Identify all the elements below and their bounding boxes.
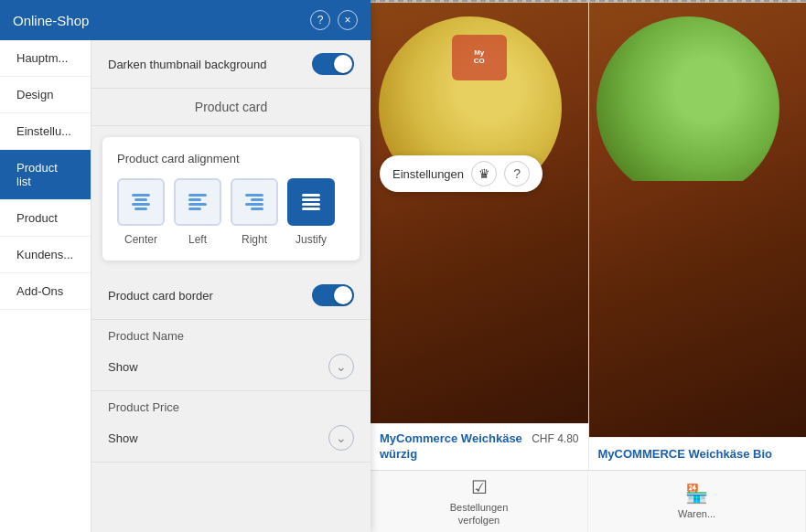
svg-rect-10 <box>245 203 263 206</box>
app-title: Online-Shop <box>13 13 89 28</box>
app-container: Online-Shop ? × Hauptm... Design Einstel… <box>0 0 806 532</box>
product-info-1: MyCommerce Weichkäse würzig CHF 4.80 <box>371 423 588 470</box>
svg-rect-5 <box>188 198 201 201</box>
border-toggle[interactable] <box>312 284 354 306</box>
bestellungen-label: Bestellungenverfolgen <box>450 502 509 526</box>
product-price-text-1: CHF 4.80 <box>532 431 578 445</box>
waren-item[interactable]: 🏪 Waren... <box>588 471 806 532</box>
svg-rect-15 <box>302 207 320 210</box>
align-justify-label: Justify <box>296 233 327 246</box>
svg-rect-14 <box>302 203 320 206</box>
alignment-title: Product card alignment <box>117 152 345 165</box>
bottom-bar: ☑ Bestellungenverfolgen 🏪 Waren... <box>371 470 806 532</box>
darken-label: Darken thumbnail background <box>108 58 266 71</box>
bestellungen-icon: ☑ <box>471 476 488 498</box>
product-name-value: Show <box>108 360 138 374</box>
svg-rect-7 <box>188 207 201 210</box>
svg-rect-4 <box>188 194 207 197</box>
svg-rect-8 <box>245 194 263 197</box>
waren-icon: 🏪 <box>685 483 708 505</box>
border-toggle-knob <box>334 286 352 304</box>
align-right-icon <box>231 178 278 226</box>
bestellungen-item[interactable]: ☑ Bestellungenverfolgen <box>371 471 588 532</box>
tooltip-bar: Einstellungen ♛ ? <box>380 155 543 192</box>
border-label: Product card border <box>108 289 213 303</box>
product-name-section: Product Name Show ⌄ <box>91 320 371 391</box>
align-center-label: Center <box>124 233 157 246</box>
align-center-btn[interactable]: Center <box>117 178 165 246</box>
align-left-btn[interactable]: Left <box>174 178 221 246</box>
product-image-2 <box>589 3 807 437</box>
crown-button[interactable]: ♛ <box>471 161 497 186</box>
svg-rect-11 <box>251 207 263 210</box>
svg-rect-3 <box>134 207 147 210</box>
align-center-icon <box>117 178 165 226</box>
product-card-section-header: Product card <box>91 89 371 126</box>
settings-panel: Darken thumbnail background Product card… <box>91 40 371 532</box>
cheese-image-green <box>596 16 779 181</box>
align-right-btn[interactable]: Right <box>231 178 278 246</box>
product-price-section: Product Price Show ⌄ <box>91 391 371 463</box>
sidebar-item-kundens[interactable]: Kundens... <box>0 237 91 273</box>
product-price-chevron[interactable]: ⌄ <box>328 425 354 451</box>
product-image-1: MyCO <box>371 3 588 423</box>
sidebar-item-hauptm[interactable]: Hauptm... <box>0 40 91 77</box>
border-toggle-row: Product card border <box>91 271 371 320</box>
align-justify-btn[interactable]: Justify <box>287 178 335 246</box>
align-left-icon <box>174 178 221 226</box>
nav-list: Hauptm... Design Einstellu... Product li… <box>0 40 91 532</box>
darken-toggle-row: Darken thumbnail background <box>91 40 371 89</box>
alignment-options: Center <box>117 178 345 246</box>
product-name-label: Product Name <box>91 320 371 346</box>
product-price-dropdown-row: Show ⌄ <box>91 418 371 462</box>
product-card-1: MyCO MyCommerce Weichkäse würzig CHF 4.8… <box>371 3 589 470</box>
sidebar-item-add-ons[interactable]: Add-Ons <box>0 273 91 310</box>
svg-rect-1 <box>134 198 147 201</box>
product-grid: MyCO MyCommerce Weichkäse würzig CHF 4.8… <box>371 0 806 470</box>
toggle-knob <box>334 55 352 73</box>
product-price-label: Product Price <box>91 391 371 418</box>
sidebar-item-einstellu[interactable]: Einstellu... <box>0 113 91 150</box>
alignment-card: Product card alignment <box>102 137 360 261</box>
align-right-label: Right <box>242 233 267 246</box>
svg-rect-13 <box>302 198 320 201</box>
product-name-text-2: MyCOMMERCE Weichkäse Bio <box>598 447 772 461</box>
right-panel: MyCO MyCommerce Weichkäse würzig CHF 4.8… <box>371 0 806 532</box>
sidebar-item-product-list[interactable]: Product list <box>0 150 91 200</box>
sidebar-item-design[interactable]: Design <box>0 77 91 113</box>
product-name-text-1: MyCommerce Weichkäse würzig <box>380 431 528 463</box>
align-left-label: Left <box>188 233 207 246</box>
product-info-2: MyCOMMERCE Weichkäse Bio <box>589 437 807 470</box>
svg-rect-12 <box>302 194 320 197</box>
svg-rect-0 <box>132 194 150 197</box>
product-price-value: Show <box>108 431 138 445</box>
svg-rect-2 <box>132 203 150 206</box>
help-button[interactable]: ? <box>310 10 330 30</box>
align-justify-icon <box>287 178 335 226</box>
product-name-chevron[interactable]: ⌄ <box>328 354 354 379</box>
sidebar-item-product[interactable]: Product <box>0 200 91 237</box>
question-button[interactable]: ? <box>504 161 530 186</box>
header-icons: ? × <box>310 10 358 30</box>
close-button[interactable]: × <box>338 10 358 30</box>
svg-rect-6 <box>188 203 207 206</box>
svg-rect-9 <box>251 198 263 201</box>
darken-toggle[interactable] <box>312 53 354 75</box>
product-card-2: MyCOMMERCE Weichkäse Bio <box>589 3 807 470</box>
einstellungen-label: Einstellungen <box>392 167 464 181</box>
sidebar-header: Online-Shop ? × <box>0 0 371 40</box>
product-name-dropdown-row: Show ⌄ <box>91 346 371 390</box>
product-name-price-1: MyCommerce Weichkäse würzig CHF 4.80 <box>380 431 579 463</box>
waren-label: Waren... <box>678 508 715 520</box>
sidebar: Online-Shop ? × Hauptm... Design Einstel… <box>0 0 371 532</box>
